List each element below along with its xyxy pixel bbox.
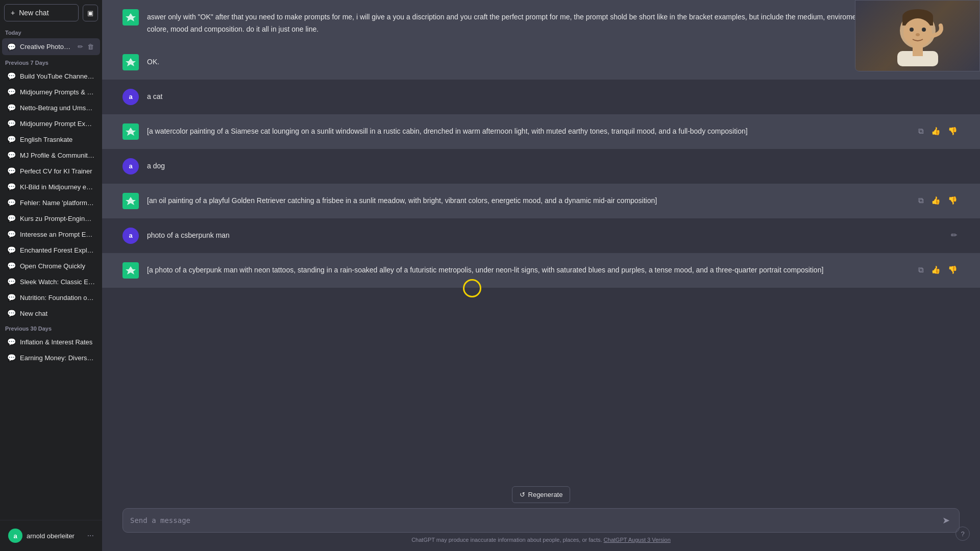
sidebar-item-build-youtube[interactable]: 💬 Build YouTube Channel: 100k! <box>2 68 100 84</box>
sidebar-item-label: Inflation & Interest Rates <box>20 338 95 346</box>
input-area: ↺ Regenerate ➤ ChatGPT may produce inacc… <box>102 480 980 551</box>
message-text: [an oil painting of a playful Golden Ret… <box>147 193 908 207</box>
message-row: [a watercolor painting of a Siamese cat … <box>102 114 980 149</box>
sidebar-item-english-translate[interactable]: 💬 English Trasnkate <box>2 132 100 147</box>
user-avatar: a <box>122 158 139 174</box>
thumbs-down-button[interactable]: 👎 <box>946 264 960 276</box>
send-button[interactable]: ➤ <box>940 514 952 527</box>
message-row: aswer only with "OK" after that you need… <box>102 0 980 45</box>
sidebar-item-label: English Trasnkate <box>20 136 95 143</box>
sidebar-item-label: Enchanted Forest Exploratio <box>20 246 95 254</box>
regenerate-button[interactable]: ↺ Regenerate <box>512 486 571 503</box>
sidebar-item-fehler-platform[interactable]: 💬 Fehler: Name 'platform' undefi <box>2 195 100 210</box>
sidebar-item-label: Build YouTube Channel: 100k! <box>20 72 95 80</box>
sidebar-item-label: Midjourney Prompts & Examp <box>20 88 95 96</box>
thumbs-up-button[interactable]: 👍 <box>929 264 943 276</box>
message-text: photo of a csberpunk man <box>147 228 941 242</box>
copy-button[interactable]: ⧉ <box>916 195 926 206</box>
sidebar-item-enchanted-forest[interactable]: 💬 Enchanted Forest Exploratio <box>2 242 100 258</box>
sidebar-item-sleek-watch[interactable]: 💬 Sleek Watch: Classic Elegance <box>2 274 100 289</box>
sidebar-collapse-button[interactable]: ▣ <box>83 5 98 21</box>
sidebar-item-kurs-prompt[interactable]: 💬 Kurs zu Prompt-Engineering <box>2 211 100 226</box>
plus-icon: + <box>11 9 15 17</box>
sidebar-item-open-chrome[interactable]: 💬 Open Chrome Quickly <box>2 258 100 273</box>
chat-icon: 💬 <box>7 246 16 254</box>
sidebar-item-mj-profile[interactable]: 💬 MJ Profile & Community Serv <box>2 147 100 163</box>
sidebar-item-label: New chat <box>20 310 95 317</box>
sidebar-item-label: MJ Profile & Community Serv <box>20 152 95 159</box>
sidebar-item-label: Open Chrome Quickly <box>20 262 95 270</box>
message-row: a a cat <box>102 80 980 114</box>
send-icon: ➤ <box>942 515 950 525</box>
regenerate-icon: ↺ <box>520 491 525 498</box>
assistant-avatar <box>122 193 139 209</box>
question-mark-icon: ? <box>961 530 964 538</box>
thumbs-up-button[interactable]: 👍 <box>929 126 943 137</box>
sidebar-item-midjourney-examples[interactable]: 💬 Midjourney Prompt Examples <box>2 116 100 131</box>
sidebar: + New chat ▣ Today 💬 Creative Photograph… <box>0 0 102 551</box>
svg-point-3 <box>903 18 932 47</box>
thumbs-down-button[interactable]: 👎 <box>946 126 960 137</box>
chat-icon: 💬 <box>7 198 16 207</box>
chat-icon: 💬 <box>7 262 16 270</box>
message-text: OK. <box>147 54 893 68</box>
user-avatar: a <box>122 89 139 105</box>
sidebar-item-label: Fehler: Name 'platform' undefi <box>20 199 95 207</box>
chat-icon: 💬 <box>7 135 16 143</box>
assistant-avatar <box>122 262 139 279</box>
sidebar-item-label: KI-Bild in Midjourney erstelle <box>20 183 95 191</box>
sidebar-item-label: Nutrition: Foundation of Healt <box>20 294 95 302</box>
chat-icon: 💬 <box>7 230 16 238</box>
message-row: [a photo of a cyberpunk man with neon ta… <box>102 253 980 288</box>
edit-button[interactable]: ✏ <box>949 230 960 241</box>
chat-icon: 💬 <box>7 43 16 51</box>
chat-icon: 💬 <box>7 354 16 362</box>
sidebar-item-label: Sleek Watch: Classic Elegance <box>20 278 95 286</box>
sidebar-item-ki-bild[interactable]: 💬 KI-Bild in Midjourney erstelle <box>2 179 100 194</box>
sidebar-item-creative-photography[interactable]: 💬 Creative Photography P ✏ 🗑 <box>2 38 100 55</box>
sidebar-item-label: Perfect CV for KI Trainer <box>20 167 95 175</box>
chat-icon: 💬 <box>7 88 16 96</box>
message-input[interactable] <box>130 515 940 526</box>
collapse-icon: ▣ <box>87 9 93 17</box>
sidebar-item-interesse-prompt[interactable]: 💬 Interesse an Prompt Engineer <box>2 227 100 242</box>
message-text: aswer only with "OK" after that you need… <box>147 9 908 36</box>
user-row[interactable]: a arnold oberleiter ··· <box>4 524 98 547</box>
chat-icon: 💬 <box>7 183 16 191</box>
avatar: a <box>8 529 22 543</box>
chat-icon: 💬 <box>7 104 16 112</box>
sidebar-header: + New chat ▣ <box>0 0 102 26</box>
sidebar-item-actions: ✏ 🗑 <box>77 42 95 52</box>
video-overlay <box>855 0 980 71</box>
message-text: [a watercolor painting of a Siamese cat … <box>147 123 908 138</box>
thumbs-down-button[interactable]: 👎 <box>946 195 960 206</box>
copy-button[interactable]: ⧉ <box>916 126 926 137</box>
thumbs-up-button[interactable]: 👍 <box>929 195 943 206</box>
message-actions: ✏ <box>949 228 960 241</box>
chat-icon: 💬 <box>7 278 16 286</box>
sidebar-item-midjourney-prompts[interactable]: 💬 Midjourney Prompts & Examp <box>2 84 100 99</box>
chat-icon: 💬 <box>7 119 16 128</box>
sidebar-item-earning-money[interactable]: 💬 Earning Money: Diverse Ways <box>2 350 100 365</box>
user-menu-button[interactable]: ··· <box>87 531 94 540</box>
chat-icon: 💬 <box>7 214 16 222</box>
message-row: [an oil painting of a playful Golden Ret… <box>102 184 980 218</box>
sidebar-item-inflation[interactable]: 💬 Inflation & Interest Rates <box>2 334 100 349</box>
help-button[interactable]: ? <box>955 527 970 541</box>
edit-chat-button[interactable]: ✏ <box>77 42 84 52</box>
message-actions: ⧉ 👍 👎 <box>916 262 960 276</box>
sidebar-item-label: Interesse an Prompt Engineer <box>20 231 95 238</box>
footer-version-link[interactable]: ChatGPT August 3 Version <box>604 537 671 543</box>
sidebar-footer: a arnold oberleiter ··· <box>0 520 102 551</box>
regenerate-row: ↺ Regenerate <box>122 486 960 503</box>
new-chat-button[interactable]: + New chat <box>4 4 79 21</box>
chat-icon: 💬 <box>7 293 16 302</box>
sidebar-item-netto-beitrag[interactable]: 💬 Netto-Betrag und Umsatzsteu <box>2 100 100 115</box>
regenerate-label: Regenerate <box>528 491 563 498</box>
new-chat-label: New chat <box>19 9 48 17</box>
sidebar-item-perfect-cv[interactable]: 💬 Perfect CV for KI Trainer <box>2 163 100 179</box>
sidebar-item-new-chat[interactable]: 💬 New chat <box>2 306 100 321</box>
sidebar-item-nutrition[interactable]: 💬 Nutrition: Foundation of Healt <box>2 290 100 305</box>
delete-chat-button[interactable]: 🗑 <box>86 42 95 52</box>
copy-button[interactable]: ⧉ <box>916 264 926 276</box>
